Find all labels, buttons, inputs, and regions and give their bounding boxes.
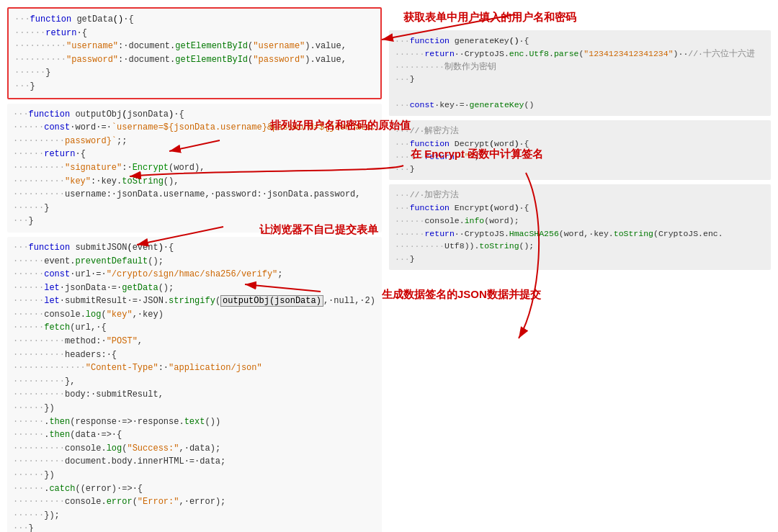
- code-section-submitjson: ···function submitJSON(event)·{ ······ev…: [7, 237, 382, 532]
- right-panel: 获取表单中用户填入的用户名和密码 ···function generateKey…: [389, 7, 771, 525]
- annotation-top-right: 获取表单中用户填入的用户名和密码: [403, 11, 576, 24]
- left-panel: ···function getData()·{ ······return·{ ·…: [7, 7, 382, 525]
- annotation-no-submit: 让浏览器不自己提交表单: [259, 223, 378, 237]
- code-block-encrypt: ···//·加密方法 ···function Encrypt(word)·{ ·…: [389, 184, 771, 270]
- code-block-submitjson: ···function submitJSON(event)·{ ······ev…: [7, 237, 382, 532]
- code-block-generatekey: ···function generateKey()·{ ······return…: [389, 30, 771, 116]
- code-block-getdata: ···function getData()·{ ······return·{ ·…: [7, 7, 382, 99]
- code-section-getdata: ···function getData()·{ ······return·{ ·…: [7, 7, 382, 99]
- annotation-pailiegood: 排列好用户名和密码的原始值: [270, 119, 411, 132]
- annotation-gen-json: 生成数据签名的JSON数据并提交: [382, 288, 541, 302]
- main-container: ···function getData()·{ ······return·{ ·…: [0, 0, 778, 532]
- annotation-encrypt-calc: 在 Encrypt 函数中计算签名: [411, 148, 543, 161]
